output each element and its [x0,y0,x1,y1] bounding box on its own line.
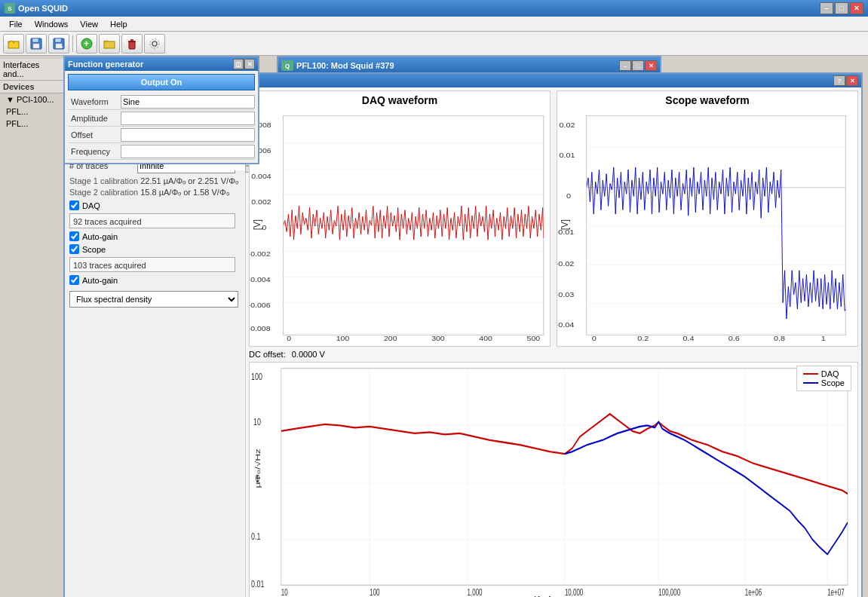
svg-text:-0.004: -0.004 [250,275,271,283]
scope-checkbox[interactable] [69,244,79,254]
dc-offset-label: DC offset: [249,350,286,359]
pfl-window: Q PFL100: Mod Squid #379 – □ ✕ [277,56,661,72]
function-generator-window: Function generator ◫ ✕ Output On Wavefor… [63,56,259,164]
device-pci[interactable]: ▼ PCI-100... [0,93,63,106]
saveas-button[interactable]: + [48,34,69,54]
app-icon: S [5,3,15,14]
interfaces-section: Interfaces and... [0,59,63,81]
svg-text:[V]: [V] [252,219,263,230]
daq-chart-svg: 0.008 0.006 0.004 0.002 0 -0.002 -0.004 … [250,109,550,343]
pfl-maximize-button[interactable]: □ [632,60,644,71]
device-pfl1[interactable]: PFL... [0,106,63,118]
menu-view[interactable]: View [74,18,104,30]
offset-label: Offset [68,130,121,139]
autogain1-label: Auto-gain [82,232,118,241]
svg-text:10: 10 [281,587,288,597]
title-bar: S Open SQUID – □ ✕ [0,0,868,17]
svg-text:0.02: 0.02 [559,121,575,128]
svg-text:0: 0 [262,224,266,231]
daq-label: DAQ [82,201,100,210]
svg-text:100: 100 [251,371,262,381]
svg-text:1e+07: 1e+07 [827,587,845,597]
svg-text:10: 10 [253,416,261,427]
svg-rect-5 [55,38,61,42]
waveform-input[interactable] [121,95,255,109]
svg-text:0.01: 0.01 [559,152,575,159]
svg-text:0.1: 0.1 [251,531,260,541]
output-on-button[interactable]: Output On [68,74,255,90]
save-button[interactable] [26,34,47,54]
scope-check-row: Scope [69,244,241,254]
scope-legend: Scope [803,378,845,387]
menu-bar: File Windows View Help [0,17,868,32]
menu-windows[interactable]: Windows [29,18,75,30]
svg-rect-11 [129,41,135,49]
svg-text:1e+06: 1e+06 [745,587,762,597]
frequency-input[interactable] [121,145,255,158]
svg-text:+: + [84,38,89,49]
scope-traces-box: 103 traces acquired [69,257,235,272]
settings-button[interactable] [144,34,165,54]
toolbar: + + [0,32,868,56]
amplitude-input[interactable] [121,112,255,125]
svg-text:0.004: 0.004 [251,172,271,179]
svg-text:t [us]: t [us] [703,342,722,343]
svg-rect-78 [281,369,848,586]
svg-text:0.01: 0.01 [251,578,264,589]
pfl-title-bar[interactable]: Q PFL100: Mod Squid #379 – □ ✕ [278,57,660,74]
offset-input[interactable] [121,128,255,142]
svg-text:[V]: [V] [560,219,571,230]
dc-offset-row: DC offset: 0.0000 V [249,350,858,359]
stage2-calib: Stage 2 calibration 15.8 µA/Φ₀ or 1.58 V… [69,188,241,197]
svg-rect-3 [33,44,39,48]
svg-text:-0.02: -0.02 [557,260,575,268]
delete-button[interactable] [121,34,143,54]
daq-legend: DAQ [803,369,845,378]
svg-text:100,000: 100,000 [658,587,680,597]
display-type-select[interactable]: Flux spectral density Voltage spectral d… [69,291,238,308]
waveform-charts: DAQ waveform 0.008 0.006 0.004 0.002 0 -… [249,90,858,347]
menu-help[interactable]: Help [104,18,133,30]
svg-point-14 [152,41,157,46]
svg-text:0: 0 [566,191,571,199]
charts-area: DAQ waveform 0.008 0.006 0.004 0.002 0 -… [246,87,861,597]
spectrum-density-chart: DAQ Scope 100 10 1 0.1 0.01 [249,362,858,597]
pfl-minimize-button[interactable]: – [619,60,631,71]
stage1-calib: Stage 1 calibration 22.51 µA/Φ₀ or 2.251… [69,176,241,186]
svg-text:0.2: 0.2 [637,334,649,341]
minimize-button[interactable]: – [820,2,833,14]
fg-restore-button[interactable]: ◫ [233,59,244,69]
daq-traces-box: 92 traces acquired [69,213,235,228]
spectrum-help-button[interactable]: ? [833,75,845,86]
add-button[interactable]: + [76,34,97,54]
autogain1-checkbox[interactable] [69,231,79,241]
svg-text:0.6: 0.6 [728,334,740,341]
svg-text:0: 0 [592,334,597,341]
daq-legend-color [803,373,818,375]
svg-text:-0.006: -0.006 [250,301,271,308]
open-button[interactable] [3,34,24,54]
fg-close-button[interactable]: ✕ [244,59,255,69]
autogain2-label: Auto-gain [82,276,118,285]
svg-text:10,000: 10,000 [565,587,584,597]
spectrum-close-button[interactable]: ✕ [846,75,858,86]
close-button[interactable]: ✕ [850,2,863,14]
autogain2-row: Auto-gain [69,275,241,285]
svg-text:0.4: 0.4 [682,334,694,341]
device-pfl2[interactable]: PFL... [0,118,63,130]
menu-file[interactable]: File [3,18,29,30]
svg-text:-0.002: -0.002 [250,250,271,257]
svg-rect-65 [587,116,846,335]
daq-chart: DAQ waveform 0.008 0.006 0.004 0.002 0 -… [249,90,551,347]
daq-checkbox[interactable] [69,201,79,210]
scope-chart: Scope waveform 0.02 0.01 0 -0.01 -0.02 -… [557,90,858,347]
svg-text:0.002: 0.002 [251,198,271,206]
maximize-button[interactable]: □ [835,2,848,14]
scope-chart-svg: 0.02 0.01 0 -0.01 -0.02 -0.03 -0.04 [V] … [557,109,857,343]
pfl-close-button[interactable]: ✕ [645,60,657,71]
folder-button[interactable] [99,34,120,54]
window-controls: – □ ✕ [820,2,863,14]
func-gen-title-bar[interactable]: Function generator ◫ ✕ [65,57,258,71]
svg-text:µΦ₀/√Hz: µΦ₀/√Hz [254,449,261,488]
autogain2-checkbox[interactable] [69,275,79,285]
